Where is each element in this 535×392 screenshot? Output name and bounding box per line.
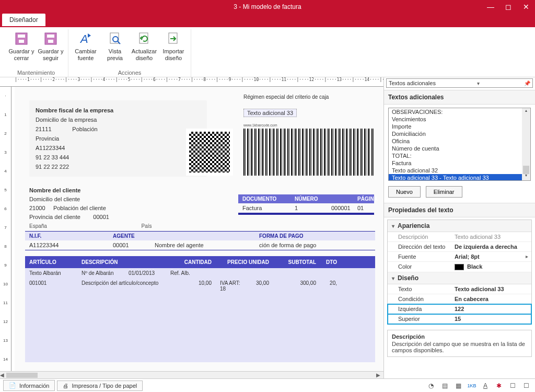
client-country: España [29, 223, 47, 229]
scroll-right-icon[interactable]: ▶ [373, 372, 383, 378]
col-precio: PRECIO UNIDAD [216, 256, 273, 268]
save-close-icon [13, 30, 30, 47]
btn-importar-diseno[interactable]: Importar diseño [159, 29, 188, 63]
status-icon-2[interactable]: ▤ [439, 381, 450, 390]
r1-date: 01/01/2013 [124, 268, 166, 278]
list-item-selected[interactable]: Texto adicional 33 - Texto adicional 33▾ [389, 174, 530, 181]
list-item[interactable]: Factura [389, 159, 530, 167]
design-canvas[interactable]: Nombre fiscal de la empresa Domicilio de… [15, 87, 383, 371]
nif-v-nombre: Nombre del agente [150, 240, 255, 250]
tab-disenador[interactable]: Diseñador [2, 14, 45, 26]
btn-cambiar-fuente[interactable]: A Cambiar fuente [72, 29, 100, 63]
articles-body: Texto Albarán Nº de Albarán 01/01/2013 R… [25, 268, 375, 362]
preview-icon [107, 30, 123, 47]
textos-list[interactable]: OBSERVACIONES: Vencimientos Importe Domi… [388, 108, 531, 181]
list-item[interactable]: Oficina [389, 137, 530, 145]
svg-text:A: A [79, 32, 88, 45]
scroll-left-icon[interactable]: ◀ [0, 372, 4, 378]
articles-table[interactable]: ARTÍCULO DESCRIPCIÓN CANTIDAD PRECIO UNI… [25, 256, 375, 362]
group-apariencia[interactable]: ▾Apariencia [388, 220, 531, 232]
sidebar: Textos adicionales ▾ 📌 Textos adicionale… [383, 77, 535, 378]
list-item[interactable]: Domiciliación [389, 130, 530, 137]
docbar-h-numero: NÚMERO [290, 194, 327, 203]
qr-code[interactable] [186, 129, 233, 176]
prop-descripcion[interactable]: DescripciónTexto adicional 33 [388, 232, 531, 242]
barcode[interactable] [243, 129, 374, 176]
status-informacion[interactable]: 📄 Información [3, 380, 55, 391]
expand-icon[interactable]: ▸ [522, 252, 531, 261]
svg-rect-1 [18, 34, 25, 38]
status-icon-4[interactable]: 1KB [466, 381, 478, 390]
maximize-button[interactable]: ◻ [499, 0, 517, 14]
docbar-h-pagina: PÁGINA [353, 194, 374, 203]
r1-num-albaran: Nº de Albarán [77, 268, 124, 278]
list-item[interactable]: TOTAL: [389, 152, 530, 159]
company-province: Provincia [36, 134, 201, 143]
scroll-thumb[interactable] [6, 373, 38, 378]
eliminar-button[interactable]: Eliminar [426, 186, 462, 198]
client-name: Nombre del cliente [29, 187, 80, 193]
status-icon-1[interactable]: ◔ [425, 381, 437, 390]
scroll-up-icon[interactable]: ▴ [522, 108, 530, 116]
prop-fuente[interactable]: FuenteArial; 8pt▸ [388, 252, 531, 262]
group-diseno[interactable]: ▾Diseño [388, 272, 531, 284]
import-design-icon [165, 30, 182, 47]
prop-condicion[interactable]: CondiciónEn cabecera [388, 294, 531, 304]
status-icon-5[interactable]: A [480, 381, 491, 390]
status-impresora[interactable]: 🖨 Impresora / Tipo de papel [57, 381, 143, 391]
collapse-icon: ▾ [392, 223, 394, 229]
list-scrollbar[interactable]: ▴ ▾ [522, 108, 530, 180]
btn-guardar-cerrar[interactable]: Guardar y cerrar [7, 29, 36, 63]
client-block[interactable]: Nombre del cliente Domicilio del cliente… [29, 186, 152, 230]
nif-v-agente: 00001 [109, 240, 150, 250]
prop-color[interactable]: ColorBlack [388, 262, 531, 272]
r2-code: 001001 [25, 278, 77, 294]
btn-actualizar-diseno[interactable]: Actualizar diseño [130, 29, 158, 63]
list-item[interactable]: Importe [389, 123, 530, 130]
nif-bar[interactable]: N.I.F. AGENTE FORMA DE PAGO A11223344 00… [25, 231, 375, 250]
btn-guardar-seguir[interactable]: Guardar y seguir [37, 29, 65, 63]
main-area: |····1····|····2····|····3····|····4····… [0, 77, 535, 378]
btn-vista-previa[interactable]: Vista previa [101, 29, 129, 63]
list-item[interactable]: OBSERVACIONES: [389, 108, 530, 116]
pin-icon[interactable]: 📌 [524, 80, 530, 86]
list-item[interactable]: Vencimientos [389, 116, 530, 123]
horizontal-scrollbar[interactable]: ◀ ▶ [0, 371, 383, 378]
prop-superior[interactable]: Superior15 [388, 314, 531, 324]
prop-izquierda[interactable]: Izquierda122 [388, 304, 531, 314]
status-icon-8[interactable]: ☐ [520, 381, 532, 390]
texto-adicional-field[interactable]: Texto adicional 33 [243, 109, 297, 117]
company-tel2: 91 22 22 222 [36, 162, 201, 171]
status-icon-3[interactable]: ▦ [452, 381, 464, 390]
r1-albaran: Texto Albarán [25, 268, 77, 278]
sidebar-section-title: Textos adicionales [384, 90, 535, 105]
col-articulo: ARTÍCULO [25, 256, 77, 268]
sidebar-dropdown-label: Textos adicionales [389, 80, 436, 86]
sidebar-dropdown[interactable]: Textos adicionales ▾ 📌 [386, 78, 533, 88]
list-item[interactable]: Texto adicional 32 [389, 167, 530, 174]
nuevo-button[interactable]: Nuevo [388, 186, 421, 198]
company-nif: A11223344 [36, 143, 201, 153]
minimize-button[interactable]: — [482, 0, 499, 14]
barcode-label: www.1kbarcode.com [243, 123, 277, 127]
scroll-down-icon[interactable]: ▾ [522, 173, 530, 180]
svg-rect-5 [48, 40, 53, 43]
status-icon-7[interactable]: ☐ [507, 381, 518, 390]
window-buttons: — ◻ ✕ [482, 0, 535, 14]
r2-iva: IVA ART: 18 [216, 278, 247, 294]
nif-h-forma: FORMA DE PAGO [255, 232, 375, 240]
prop-direccion[interactable]: Dirección del textoDe izquierda a derech… [388, 242, 531, 252]
company-city: Población [72, 126, 97, 132]
list-item[interactable]: Número de cuenta [389, 145, 530, 152]
ruler-horizontal: |····1····|····2····|····3····|····4····… [0, 77, 383, 87]
regimen-label[interactable]: Régimen especial del criterio de caja [243, 94, 329, 100]
document-bar[interactable]: DOCUMENTO NÚMERO PÁGINA Factura 1 000001… [238, 194, 374, 215]
company-block[interactable]: Nombre fiscal de la empresa Domicilio de… [29, 100, 207, 177]
col-dto: DTO [320, 256, 341, 268]
close-button[interactable]: ✕ [517, 0, 535, 14]
group-label-mantenimiento: Mantenimiento [17, 68, 55, 77]
client-address: Domicilio del cliente [29, 195, 152, 204]
window-title: 3 - Mi modelo de factura [234, 3, 301, 10]
status-icon-6[interactable]: ✱ [493, 381, 505, 390]
prop-texto[interactable]: TextoTexto adicional 33 [388, 284, 531, 294]
